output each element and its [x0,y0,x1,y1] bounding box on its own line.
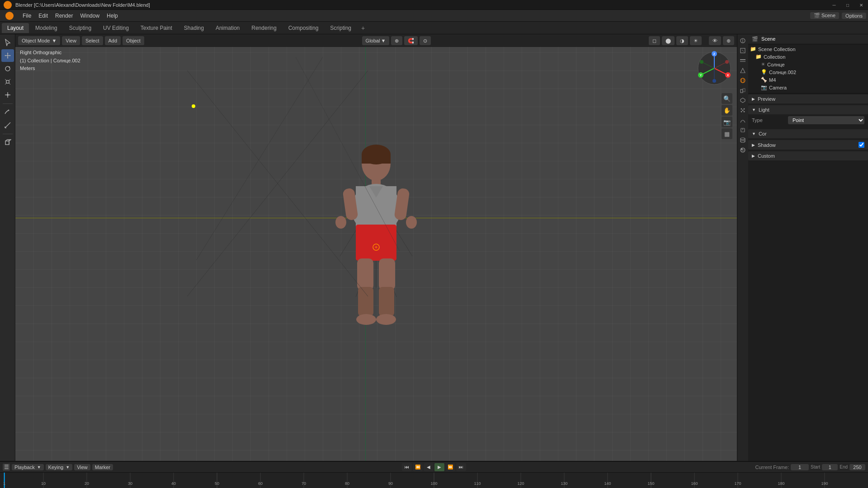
tab-modeling[interactable]: Modeling [30,23,63,33]
tab-texture-paint[interactable]: Texture Paint [135,23,178,33]
object-menu-button[interactable]: Object [123,36,144,45]
prop-icon-output[interactable] [738,46,747,55]
current-frame-value[interactable]: 1 [791,464,809,470]
tool-annotate[interactable] [1,106,14,118]
tab-sculpting[interactable]: Sculpting [64,23,97,33]
add-menu-button[interactable]: Add [105,36,121,45]
prop-icon-constraints[interactable] [738,126,747,135]
jump-end-button[interactable]: ⏭ [456,463,466,471]
select-menu-button[interactable]: Select [82,36,103,45]
prop-icon-particles[interactable] [738,106,747,115]
prop-icon-modifier[interactable] [738,96,747,105]
viewport[interactable]: Object Mode ▼ View Select Add Object Glo… [15,34,737,461]
outliner-character[interactable]: 🦴 M4 [759,76,868,84]
svg-text:100: 100 [430,481,437,486]
tab-rendering[interactable]: Rendering [246,23,282,33]
view-menu-button[interactable]: View [62,36,80,45]
minimize-button[interactable]: ─ [827,0,841,10]
outliner-scene-collection[interactable]: 📁 Scene Collection [748,45,868,53]
light-type-select[interactable]: Point Sun Spot Area [788,116,864,124]
svg-line-16 [5,122,10,128]
outliner-sun-002[interactable]: 💡 Солнце.002 [759,68,868,76]
viewport-shading-solid[interactable]: ⬤ [662,36,675,45]
menu-help[interactable]: Help [103,12,122,20]
prop-icon-scene[interactable] [738,66,747,75]
shadow-section-header[interactable]: ▶ Shadow [748,140,868,150]
viewport-shading-material[interactable]: ◑ [676,36,688,45]
timeline-track[interactable]: 1 10 20 30 40 50 60 70 80 90 100 110 120… [0,473,868,488]
tab-compositing[interactable]: Compositing [283,23,324,33]
options-button[interactable]: Options [842,13,866,19]
gizmo-button[interactable]: ⊕ [723,36,734,45]
prop-icon-data[interactable] [738,136,747,145]
prop-icon-material[interactable] [738,145,747,155]
snap-button[interactable]: 🧲 [404,36,418,45]
outliner-camera[interactable]: 📷 Camera [759,84,868,91]
playback-button[interactable]: Playback ▼ [12,464,44,470]
light-section-header[interactable]: ▼ Light [748,105,868,114]
grid-button[interactable]: ▦ [722,128,732,139]
preview-section-header[interactable]: ▶ Preview [748,94,868,103]
menu-edit[interactable]: Edit [35,12,52,20]
scene-selector[interactable]: 🎬 Scene [810,12,839,19]
light-section-body: Type Point Sun Spot Area [748,114,868,127]
view-tl-button[interactable]: View [74,464,90,470]
prop-icon-object[interactable] [738,86,747,95]
menu-blender[interactable] [2,11,19,21]
menu-file[interactable]: File [19,12,35,20]
global-transform-button[interactable]: Global ▼ [362,36,390,45]
outliner-collection-1[interactable]: 📁 Collection [754,53,868,61]
play-button[interactable]: ▶ [434,463,444,471]
tool-move[interactable] [1,49,14,62]
tab-layout[interactable]: Layout [2,23,29,33]
viewport-shading-wireframe[interactable]: ◻ [649,36,660,45]
prop-icon-physics[interactable] [738,116,747,125]
prop-icon-view-layer[interactable] [738,56,747,65]
menu-window[interactable]: Window [76,12,103,20]
svg-point-36 [406,216,417,229]
svg-rect-7 [6,80,9,83]
tool-measure[interactable] [1,119,14,131]
custom-section-header[interactable]: ▶ Custom [748,151,868,160]
proportional-edit[interactable]: ⊙ [420,36,431,45]
step-back-button[interactable]: ⏪ [413,463,423,471]
camera-button[interactable]: 📷 [722,117,732,127]
play-reverse-button[interactable]: ◀ [424,463,434,471]
end-frame-value[interactable]: 250 [849,464,865,470]
close-button[interactable]: ✕ [854,0,868,10]
cor-section-header[interactable]: ▼ Cor [748,129,868,138]
tab-shading[interactable]: Shading [179,23,209,33]
tab-animation[interactable]: Animation [210,23,245,33]
svg-point-67 [700,60,703,64]
step-forward-button[interactable]: ⏩ [445,463,455,471]
tl-menu-icon[interactable]: ☰ [3,464,10,471]
tool-transform[interactable] [1,89,14,101]
navigation-gizmo[interactable]: Z X Y [696,50,732,86]
pan-button[interactable]: ✋ [722,105,732,116]
jump-start-button[interactable]: ⏮ [402,463,412,471]
tool-scale[interactable] [1,75,14,88]
menu-render[interactable]: Render [52,12,76,20]
sun-002-icon: 💡 [761,69,767,75]
marker-button[interactable]: Marker [92,464,113,470]
zoom-in-button[interactable]: 🔍 [722,93,732,104]
transform-orientation[interactable]: ⊕ [391,36,402,45]
outliner-sun-object[interactable]: ☀ Солнце [759,61,868,68]
shadow-toggle[interactable] [859,142,864,148]
prop-icon-world[interactable] [738,76,747,85]
svg-rect-37 [356,225,396,261]
prop-icon-render[interactable] [738,36,747,45]
keying-button[interactable]: Keying ▼ [46,464,73,470]
add-workspace-button[interactable]: + [358,23,368,33]
viewport-shading-rendered[interactable]: ☀ [690,36,702,45]
object-mode-button[interactable]: Object Mode ▼ [18,36,60,45]
tool-add-cube[interactable] [1,136,14,149]
tool-rotate[interactable] [1,62,14,75]
start-frame-value[interactable]: 1 [822,464,838,470]
tab-scripting[interactable]: Scripting [325,23,357,33]
tab-uv-editing[interactable]: UV Editing [98,23,134,33]
overlay-button[interactable]: 👁 [709,36,721,45]
timeline-svg: 1 10 20 30 40 50 60 70 80 90 100 110 120… [0,473,868,488]
maximize-button[interactable]: □ [841,0,854,10]
tool-cursor[interactable] [1,36,14,49]
